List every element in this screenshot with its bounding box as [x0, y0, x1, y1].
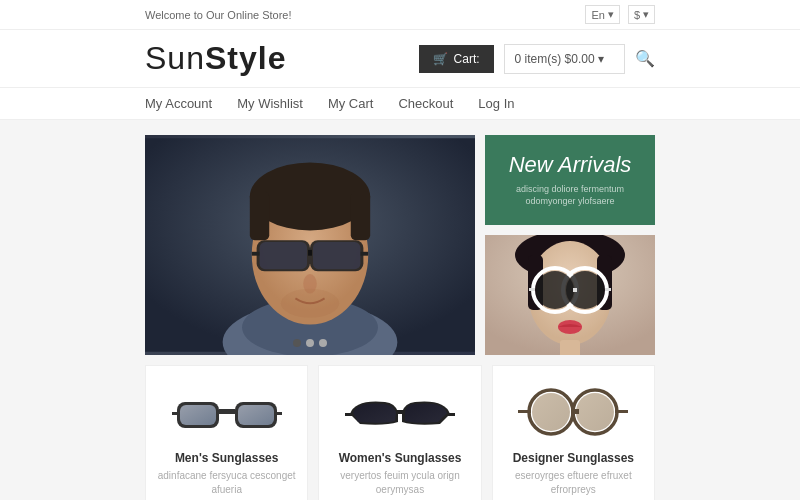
hero-section: New Arrivals adiscing doliore fermentum …	[145, 135, 655, 355]
hero-right: New Arrivals adiscing doliore fermentum …	[485, 135, 655, 355]
hero-dots	[293, 339, 327, 347]
man-portrait-svg	[145, 135, 475, 355]
svg-rect-11	[313, 242, 361, 269]
svg-rect-7	[351, 192, 370, 241]
hero-image	[145, 135, 475, 355]
nav-my-cart[interactable]: My Cart	[328, 96, 374, 111]
product-card-designer[interactable]: Designer Sunglasses eseroyrges eftuere e…	[492, 365, 655, 500]
logo: SunStyle	[145, 40, 286, 77]
top-bar: Welcome to Our Online Store! En ▾ $ ▾	[0, 0, 800, 30]
dot-2[interactable]	[306, 339, 314, 347]
designer-sunglasses-svg	[513, 384, 633, 439]
products-section: Men's Sunglasses adinfacane fersyuca ces…	[145, 365, 655, 500]
woman-portrait-svg	[485, 235, 655, 355]
svg-rect-36	[172, 412, 180, 415]
svg-rect-33	[180, 405, 216, 425]
product-image-womens	[329, 381, 470, 441]
nav-my-account[interactable]: My Account	[145, 96, 212, 111]
product-desc-womens: veryertos feuim ycula orign oerymysas	[329, 469, 470, 497]
dot-3[interactable]	[319, 339, 327, 347]
dot-1[interactable]	[293, 339, 301, 347]
product-image-mens	[156, 381, 297, 441]
new-arrivals-title: New Arrivals	[509, 152, 632, 178]
new-arrivals-subtitle: adiscing doliore fermentum odomyonger yl…	[500, 183, 640, 208]
currency-selector[interactable]: $ ▾	[628, 5, 655, 24]
mens-sunglasses-svg	[167, 384, 287, 439]
svg-rect-26	[573, 288, 577, 292]
cart-button[interactable]: 🛒 Cart:	[419, 45, 494, 73]
product-image-designer	[503, 381, 644, 441]
logo-style: Style	[205, 40, 286, 76]
svg-rect-12	[308, 250, 312, 256]
search-icon: 🔍	[635, 50, 655, 67]
nav-log-in[interactable]: Log In	[478, 96, 514, 111]
product-name-womens: Women's Sunglasses	[339, 451, 462, 465]
product-name-designer: Designer Sunglasses	[513, 451, 634, 465]
cart-info: 0 item(s) $0.00 ▾	[504, 44, 625, 74]
main-content: New Arrivals adiscing doliore fermentum …	[0, 120, 800, 500]
product-card-mens[interactable]: Men's Sunglasses adinfacane fersyuca ces…	[145, 365, 308, 500]
header: SunStyle 🛒 Cart: 0 item(s) $0.00 ▾ 🔍	[0, 30, 800, 88]
chevron-down-icon: ▾	[608, 8, 614, 21]
svg-rect-40	[447, 413, 455, 416]
nav-my-wishlist[interactable]: My Wishlist	[237, 96, 303, 111]
header-right: 🛒 Cart: 0 item(s) $0.00 ▾ 🔍	[419, 44, 655, 74]
chevron-down-icon: ▾	[598, 52, 604, 66]
svg-rect-39	[345, 413, 353, 416]
product-desc-mens: adinfacane fersyuca cesconget afueria	[156, 469, 297, 497]
nav-checkout[interactable]: Checkout	[398, 96, 453, 111]
svg-rect-47	[615, 410, 628, 413]
svg-rect-13	[252, 252, 260, 256]
new-arrivals-banner[interactable]: New Arrivals adiscing doliore fermentum …	[485, 135, 655, 225]
svg-rect-46	[518, 410, 531, 413]
svg-point-16	[281, 289, 339, 318]
svg-rect-14	[360, 252, 368, 256]
svg-rect-27	[529, 288, 535, 291]
product-card-womens[interactable]: Women's Sunglasses veryertos feuim ycula…	[318, 365, 481, 500]
logo-sun: Sun	[145, 40, 205, 76]
cart-icon: 🛒	[433, 52, 448, 66]
svg-rect-30	[560, 340, 580, 355]
main-nav: My Account My Wishlist My Cart Checkout …	[0, 88, 800, 120]
search-button[interactable]: 🔍	[635, 49, 655, 68]
chevron-down-icon: ▾	[643, 8, 649, 21]
svg-rect-10	[260, 242, 308, 269]
product-name-mens: Men's Sunglasses	[175, 451, 279, 465]
svg-point-43	[532, 393, 570, 431]
top-bar-right: En ▾ $ ▾	[585, 5, 655, 24]
svg-point-25	[566, 271, 604, 309]
product-desc-designer: eseroyrges eftuere efruxet efrorpreys	[503, 469, 644, 497]
svg-rect-37	[274, 412, 282, 415]
svg-rect-34	[238, 405, 274, 425]
hero-banner[interactable]	[145, 135, 475, 355]
language-selector[interactable]: En ▾	[585, 5, 619, 24]
womens-sunglasses-svg	[340, 384, 460, 439]
svg-rect-38	[397, 410, 403, 414]
welcome-text: Welcome to Our Online Store!	[145, 9, 292, 21]
svg-rect-35	[219, 409, 235, 414]
svg-rect-6	[250, 192, 269, 241]
svg-rect-45	[571, 409, 579, 414]
svg-rect-28	[605, 288, 611, 291]
woman-banner[interactable]	[485, 235, 655, 355]
svg-point-44	[576, 393, 614, 431]
